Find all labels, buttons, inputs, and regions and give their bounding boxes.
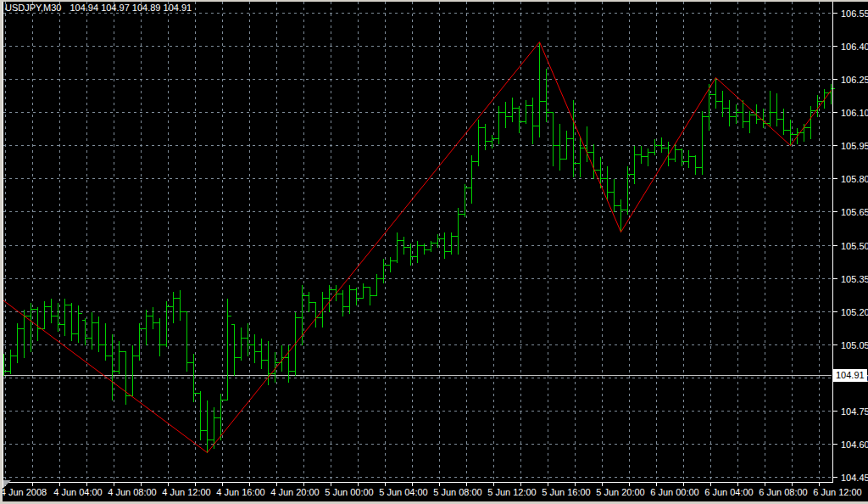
- time-axis-label: 6 Jun 04:00: [704, 487, 754, 497]
- ohlc-bar: [523, 100, 530, 124]
- ohlc-bar: [787, 120, 794, 146]
- ohlc-bar: [476, 120, 482, 166]
- ohlc-bar: [808, 106, 815, 139]
- price-axis-label: 105.65: [841, 207, 868, 217]
- ohlc-bar: [733, 104, 740, 124]
- ohlc-bar: [543, 69, 550, 122]
- time-axis-label: 4 Jun 04:00: [53, 487, 103, 497]
- ohlc-bar: [693, 155, 699, 175]
- ohlc-bar: [747, 111, 754, 133]
- ohlc-bar: [21, 310, 28, 358]
- ohlc-bar: [570, 100, 577, 177]
- ohlc-bar: [659, 137, 665, 153]
- time-axis-label: 5 Jun 16:00: [542, 487, 591, 497]
- ohlc-bar: [442, 232, 448, 259]
- ohlc-bar: [245, 323, 252, 356]
- ohlc-bar: [598, 157, 604, 188]
- ohlc-bar: [645, 148, 652, 166]
- ohlc-bar: [767, 91, 774, 126]
- ohlc-bar: [177, 290, 184, 321]
- ohlc-bar: [211, 407, 218, 449]
- ohlc-bar: [238, 328, 245, 361]
- price-axis-label: 105.05: [841, 340, 868, 350]
- time-axis-label: 5 Jun 20:00: [596, 487, 645, 497]
- ohlc-bar: [686, 150, 693, 168]
- ohlc-bar: [42, 301, 48, 329]
- price-axis-label: 104.45: [841, 473, 868, 483]
- time-axis-label: 4 Jun 16:00: [216, 487, 265, 497]
- price-bars: [1, 42, 835, 453]
- price-axis[interactable]: 106.55106.40106.25106.10105.95105.80105.…: [833, 8, 868, 483]
- price-axis-label: 105.20: [841, 307, 868, 317]
- ohlc-bar: [421, 244, 428, 255]
- ohlc-bar: [231, 325, 238, 376]
- ohlc-bar: [503, 102, 509, 128]
- mt4-chart-window: 106.55106.40106.25106.10105.95105.80105.…: [0, 0, 868, 504]
- ohlc-bar: [89, 312, 96, 350]
- ohlc-bar: [109, 334, 116, 400]
- ohlc-bar: [69, 303, 75, 341]
- price-axis-label: 105.80: [841, 174, 868, 184]
- ohlc-bar: [360, 283, 367, 299]
- chart-title: USDJPY,M30104.94 104.97 104.89 104.91: [5, 3, 192, 13]
- ohlc-bar: [754, 104, 760, 124]
- ohlc-bar: [699, 111, 706, 175]
- window-frame-top: [0, 0, 868, 2]
- ohlc-bar: [774, 93, 781, 126]
- ohlc-bar: [537, 42, 543, 137]
- time-axis-label: 4 Jun 12:00: [162, 487, 211, 497]
- ohlc-bar: [14, 323, 21, 363]
- ohlc-bar: [96, 316, 103, 352]
- price-axis-label: 106.40: [841, 42, 868, 52]
- ohlc-bar: [381, 259, 387, 283]
- ohlc-bar: [428, 241, 435, 252]
- ohlc-bar: [191, 354, 198, 402]
- ohlc-bar: [448, 232, 455, 255]
- ohlc-bar: [150, 307, 157, 329]
- ohlc-bar: [306, 292, 313, 312]
- ohlc-bar: [672, 144, 679, 162]
- ohlc-bar: [116, 341, 123, 374]
- chart-ohlc-readout: 104.94 104.97 104.89 104.91: [70, 3, 192, 13]
- chart-corner-triangle-icon: [3, 480, 11, 488]
- ohlc-bar: [455, 208, 462, 255]
- price-axis-label: 106.25: [841, 75, 868, 85]
- time-axis-label: 4 Jun 2008: [1, 487, 47, 497]
- time-axis-label: 5 Jun 04:00: [379, 487, 428, 497]
- ohlc-bar: [740, 100, 747, 128]
- ohlc-bar: [516, 106, 523, 133]
- ohlc-bar: [313, 303, 320, 328]
- ohlc-bar: [387, 257, 394, 272]
- chart-canvas[interactable]: 106.55106.40106.25106.10105.95105.80105.…: [0, 0, 868, 504]
- ohlc-bar: [347, 285, 353, 314]
- ohlc-bar: [496, 106, 503, 144]
- time-axis-label: 6 Jun 00:00: [650, 487, 699, 497]
- ohlc-bar: [408, 244, 415, 266]
- ohlc-bar: [435, 234, 442, 248]
- ohlc-bar: [286, 345, 292, 383]
- time-axis[interactable]: 4 Jun 20084 Jun 04:004 Jun 08:004 Jun 12…: [1, 483, 862, 497]
- ohlc-bar: [760, 109, 767, 128]
- time-axis-label: 6 Jun 12:00: [813, 487, 862, 497]
- ohlc-bar: [482, 124, 489, 150]
- ohlc-bar: [632, 146, 638, 184]
- ohlc-bar: [48, 299, 55, 323]
- ohlc-bar: [340, 290, 347, 316]
- ohlc-bar: [164, 301, 170, 347]
- ohlc-bar: [136, 323, 143, 361]
- ohlc-bar: [143, 310, 150, 345]
- ohlc-bar: [157, 318, 164, 356]
- time-axis-label: 5 Jun 12:00: [487, 487, 537, 497]
- time-axis-label: 6 Jun 08:00: [759, 487, 808, 497]
- ohlc-bar: [638, 146, 645, 164]
- price-axis-label: 105.35: [841, 274, 868, 284]
- ohlc-bar: [62, 299, 69, 336]
- ohlc-bar: [821, 89, 828, 109]
- ohlc-bar: [665, 142, 672, 166]
- ohlc-bar: [530, 98, 537, 144]
- ohlc-bar: [320, 292, 326, 328]
- ohlc-bar: [652, 139, 659, 155]
- ohlc-bar: [367, 288, 374, 305]
- ohlc-bar: [679, 148, 686, 166]
- time-axis-label: 5 Jun 08:00: [433, 487, 482, 497]
